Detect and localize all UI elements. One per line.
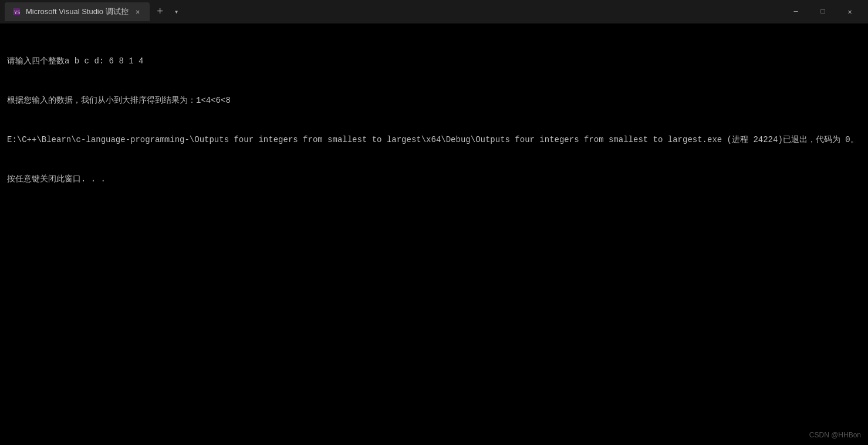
console-output: 请输入四个整数a b c d: 6 8 1 4 根据您输入的数据，我们从小到大排… bbox=[0, 23, 868, 204]
minimize-button[interactable]: — bbox=[782, 2, 809, 21]
window-controls: — □ ✕ bbox=[782, 2, 863, 21]
tab-area: VS Microsoft Visual Studio 调试控 ✕ + ▾ bbox=[5, 2, 778, 21]
new-tab-button[interactable]: + bbox=[152, 4, 168, 20]
console-line-4: 按任意键关闭此窗口. . . bbox=[7, 173, 861, 186]
console-line-2: 根据您输入的数据，我们从小到大排序得到结果为：1<4<6<8 bbox=[7, 94, 861, 107]
tab-title: Microsoft Visual Studio 调试控 bbox=[26, 6, 129, 17]
tab-close-button[interactable]: ✕ bbox=[133, 7, 143, 16]
console-line-1: 请输入四个整数a b c d: 6 8 1 4 bbox=[7, 55, 861, 68]
active-tab[interactable]: VS Microsoft Visual Studio 调试控 ✕ bbox=[5, 2, 150, 21]
tab-icon: VS bbox=[12, 7, 21, 16]
watermark: CSDN @HHBon bbox=[809, 431, 861, 439]
console-line-3: E:\C++\Blearn\c-language-programming-\Ou… bbox=[7, 133, 861, 146]
tab-dropdown-button[interactable]: ▾ bbox=[170, 5, 184, 19]
maximize-button[interactable]: □ bbox=[809, 2, 836, 21]
close-button[interactable]: ✕ bbox=[836, 2, 863, 21]
svg-text:VS: VS bbox=[14, 10, 20, 15]
title-bar: VS Microsoft Visual Studio 调试控 ✕ + ▾ — □… bbox=[0, 0, 868, 23]
